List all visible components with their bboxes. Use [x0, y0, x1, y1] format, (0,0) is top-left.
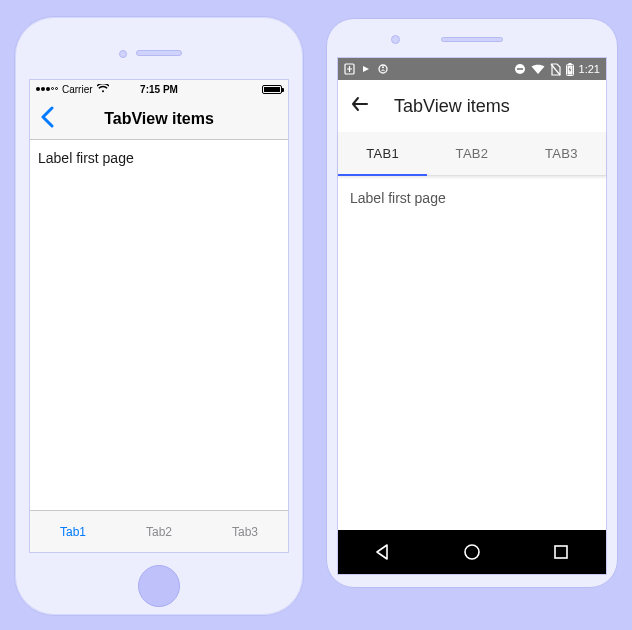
back-chevron-icon[interactable] [36, 106, 58, 132]
svg-rect-6 [568, 63, 571, 65]
android-content-area: Label first page [338, 176, 606, 530]
tab-tab2[interactable]: TAB2 [427, 132, 516, 175]
wifi-icon [97, 84, 109, 95]
android-tab-bar: TAB1 TAB2 TAB3 [338, 132, 606, 176]
carrier-label: Carrier [62, 84, 93, 95]
android-status-bar: 1:21 [338, 58, 606, 80]
tab-tab3[interactable]: Tab3 [202, 511, 288, 552]
ios-navigation-bar: TabView items [30, 98, 288, 140]
tab-tab1[interactable]: Tab1 [30, 511, 116, 552]
content-label: Label first page [350, 190, 446, 206]
ios-tab-bar: Tab1 Tab2 Tab3 [30, 510, 288, 552]
tab-tab1[interactable]: TAB1 [338, 132, 427, 175]
status-time: 1:21 [579, 63, 600, 75]
android-device-frame: 1:21 TabView items TAB1 TAB2 TAB3 Label … [326, 18, 618, 588]
status-icon [377, 63, 389, 75]
status-time: 7:15 PM [140, 84, 178, 95]
nav-back-icon[interactable] [373, 542, 393, 562]
android-app-bar: TabView items [338, 80, 606, 132]
iphone-device-frame: Carrier 7:15 PM TabView items Label firs… [14, 16, 304, 616]
ios-status-bar: Carrier 7:15 PM [30, 80, 288, 98]
status-icon [360, 63, 372, 75]
android-speaker [441, 37, 503, 42]
nav-recents-icon[interactable] [551, 542, 571, 562]
battery-icon [566, 63, 574, 76]
iphone-speaker [136, 50, 182, 56]
iphone-screen: Carrier 7:15 PM TabView items Label firs… [29, 79, 289, 553]
no-sim-icon [550, 63, 561, 76]
svg-point-2 [382, 66, 384, 68]
content-label: Label first page [38, 150, 134, 166]
tab-tab2[interactable]: Tab2 [116, 511, 202, 552]
tab-label: Tab2 [146, 525, 172, 539]
svg-point-8 [465, 545, 479, 559]
iphone-camera [119, 50, 127, 58]
svg-rect-9 [555, 546, 567, 558]
ios-content-area: Label first page [30, 140, 288, 510]
tab-label: Tab1 [60, 525, 86, 539]
dnd-icon [514, 63, 526, 75]
tab-tab3[interactable]: TAB3 [517, 132, 606, 175]
android-screen: 1:21 TabView items TAB1 TAB2 TAB3 Label … [337, 57, 607, 575]
svg-point-1 [379, 65, 387, 73]
status-icon [344, 63, 355, 75]
android-camera [391, 35, 400, 44]
page-title: TabView items [394, 96, 510, 117]
svg-rect-4 [517, 68, 523, 70]
tab-label: TAB3 [545, 146, 578, 161]
nav-home-icon[interactable] [462, 542, 482, 562]
signal-icon [36, 87, 58, 91]
back-arrow-icon[interactable] [350, 94, 370, 118]
tab-label: Tab3 [232, 525, 258, 539]
battery-icon [262, 85, 282, 94]
wifi-icon [531, 64, 545, 75]
tab-label: TAB2 [456, 146, 489, 161]
tab-label: TAB1 [366, 146, 399, 161]
iphone-home-button[interactable] [138, 565, 180, 607]
android-navigation-bar [338, 530, 606, 574]
page-title: TabView items [104, 110, 214, 128]
